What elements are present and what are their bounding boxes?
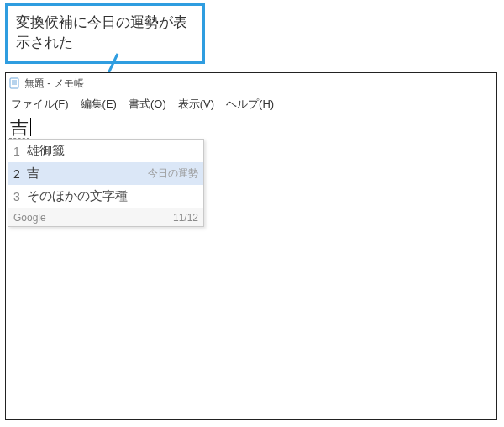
menubar: ファイル(F) 編集(E) 書式(O) 表示(V) ヘルプ(H) (6, 93, 496, 117)
svg-rect-1 (10, 78, 18, 88)
ime-candidate-index: 3 (13, 190, 27, 203)
ime-candidate-index: 1 (13, 145, 27, 158)
preedit-text: 吉 (9, 117, 29, 139)
text-caret (30, 118, 31, 136)
ime-candidate-row[interactable]: 1 雄御籤 (8, 140, 203, 162)
ime-candidate-row[interactable]: 2 吉 今日の運勢 (8, 162, 203, 185)
window-title: 無題 - メモ帳 (24, 76, 84, 91)
editor-area[interactable]: 吉 (6, 117, 496, 139)
ime-candidate-index: 2 (13, 167, 27, 181)
ime-footer-brand: Google (13, 212, 46, 224)
annotation-callout: 変換候補に今日の運勢が表示された (5, 3, 205, 64)
ime-footer: Google 11/12 (8, 208, 203, 226)
window-titlebar: 無題 - メモ帳 (6, 73, 496, 93)
notepad-icon (9, 77, 21, 89)
ime-footer-page: 11/12 (173, 212, 198, 224)
ime-candidate-text: そのほかの文字種 (27, 188, 198, 204)
ime-candidate-popup: 1 雄御籤 2 吉 今日の運勢 3 そのほかの文字種 Google 11/12 (8, 139, 204, 227)
notepad-window: 無題 - メモ帳 ファイル(F) 編集(E) 書式(O) 表示(V) ヘルプ(H… (5, 72, 497, 420)
menu-help[interactable]: ヘルプ(H) (226, 97, 274, 112)
menu-edit[interactable]: 編集(E) (81, 97, 117, 112)
menu-format[interactable]: 書式(O) (129, 97, 166, 112)
ime-candidate-hint: 今日の運勢 (148, 166, 198, 181)
ime-candidate-text: 雄御籤 (27, 143, 198, 159)
ime-candidate-row[interactable]: 3 そのほかの文字種 (8, 185, 203, 208)
ime-candidate-text: 吉 (27, 166, 148, 182)
menu-file[interactable]: ファイル(F) (11, 97, 69, 112)
menu-view[interactable]: 表示(V) (178, 97, 214, 112)
